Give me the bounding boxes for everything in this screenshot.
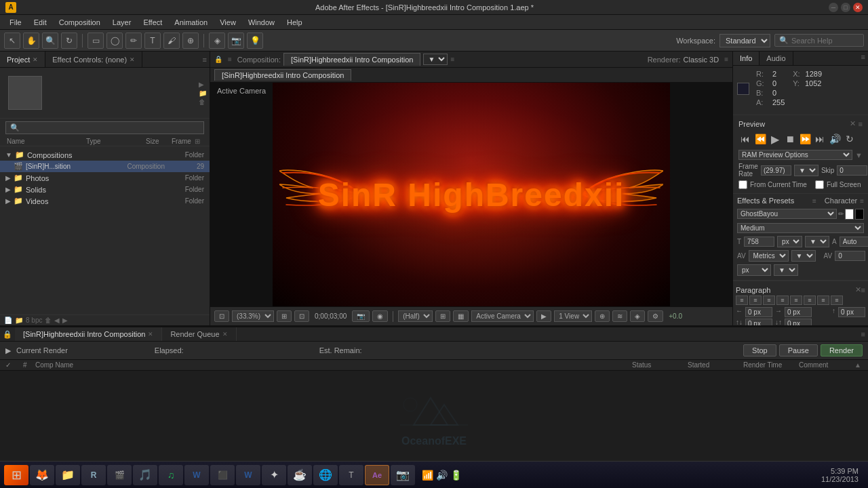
align-justify2-btn[interactable]: ≡ — [790, 296, 802, 305]
close-button[interactable]: ✕ — [853, 3, 863, 12]
videos-folder[interactable]: ▶ 📁 Videos Folder — [0, 195, 210, 207]
project-tab[interactable]: Project ✕ — [0, 52, 45, 67]
play-btn[interactable]: ▶ — [768, 132, 782, 146]
menu-composition[interactable]: Composition — [54, 17, 106, 28]
toggle-btn[interactable]: ⊞ — [435, 310, 450, 322]
grid-btn[interactable]: ⊞ — [277, 310, 292, 322]
taskbar-spotify[interactable]: ♫ — [159, 465, 183, 485]
view-select[interactable]: Active Camera — [471, 310, 534, 322]
space-after-input[interactable] — [785, 319, 812, 325]
bottom-panel-menu[interactable]: ≡ — [859, 330, 868, 338]
prev-btn[interactable]: ◀ — [54, 317, 60, 324]
interpret-footage-btn[interactable]: ▶ — [199, 81, 207, 88]
effects-panel-menu[interactable]: ≡ — [812, 197, 816, 205]
comp-title-tab[interactable]: [SinR]Highbreedxii Intro Composition — [283, 53, 420, 66]
character-panel-menu[interactable]: ≡ — [860, 197, 864, 205]
solids-folder[interactable]: ▶ 📁 Solids Folder — [0, 184, 210, 195]
align-full-btn[interactable]: ≡ — [817, 296, 829, 305]
region-btn[interactable]: ⊡ — [214, 310, 229, 322]
brush-tool[interactable]: 🖌 — [163, 33, 180, 49]
align-justify3-btn[interactable]: ≡ — [804, 296, 816, 305]
tracking-input[interactable] — [835, 251, 865, 261]
solo-btn[interactable]: ◉ — [372, 310, 388, 322]
menu-view[interactable]: View — [214, 17, 241, 28]
menu-help[interactable]: Help — [281, 17, 308, 28]
preview-panel-close[interactable]: ✕ — [850, 119, 856, 128]
character-tab[interactable]: Character — [825, 197, 857, 205]
view-btn[interactable]: ▶ — [536, 310, 551, 322]
unit-chevron[interactable]: ▼ — [774, 264, 798, 276]
stop-btn[interactable]: Stop — [743, 344, 776, 357]
search-help-input[interactable] — [791, 37, 859, 45]
current-render-expand[interactable]: ▶ — [5, 346, 11, 355]
taskbar-word[interactable]: W — [184, 465, 209, 485]
taskbar-vlc[interactable]: 🎬 — [107, 465, 132, 485]
font-select[interactable]: GhostBayou — [737, 209, 837, 219]
project-search-input[interactable] — [22, 124, 199, 132]
taskbar-music[interactable]: 🎵 — [133, 465, 157, 485]
text-tool[interactable]: T — [144, 33, 161, 49]
size-chevron[interactable]: ▼ — [805, 236, 829, 247]
taskbar-word2[interactable]: W — [236, 465, 260, 485]
safe-zones-btn[interactable]: ⊡ — [294, 310, 309, 322]
edit-font-btn[interactable]: ✏ — [838, 210, 844, 218]
last-frame-btn[interactable]: ⏭ — [813, 132, 827, 146]
stop-btn[interactable]: ⏹ — [783, 132, 797, 146]
from-current-time-checkbox[interactable] — [738, 180, 747, 189]
new-folder-btn[interactable]: 📁 — [199, 89, 207, 97]
quality-select[interactable]: (Half) — [398, 310, 433, 322]
workspace-dropdown[interactable]: Standard — [719, 34, 770, 47]
hand-tool[interactable]: ✋ — [23, 33, 39, 49]
audio-btn[interactable]: 🔊 — [828, 132, 842, 146]
comp-viewer-tab[interactable]: [SinR]Highbreedxii Intro Composition — [214, 69, 351, 81]
prev-frame-btn[interactable]: ⏪ — [753, 132, 767, 146]
font-style-select[interactable]: Medium — [737, 223, 864, 233]
paragraph-panel-close[interactable]: ✕ — [855, 285, 861, 294]
compositions-folder[interactable]: ▼ 📁 Compositions Folder — [0, 149, 210, 161]
comp-settings-btn[interactable]: ⚙ — [648, 310, 663, 322]
right-indent-input[interactable] — [785, 307, 812, 317]
ram-preview-select[interactable]: RAM Preview Options — [738, 150, 852, 160]
loop-btn[interactable]: ↻ — [843, 132, 856, 146]
kerning-chevron[interactable]: ▼ — [791, 250, 816, 262]
taskbar-explorer[interactable]: 📁 — [56, 465, 80, 485]
effect-controls-tab[interactable]: Effect Controls: (none) ✕ — [45, 52, 142, 67]
auto-input[interactable] — [840, 237, 868, 247]
skip-input[interactable] — [837, 165, 867, 176]
space-before-input[interactable] — [745, 319, 772, 325]
menu-file[interactable]: File — [4, 17, 27, 28]
preview-options-chevron[interactable]: ▼ — [855, 151, 863, 159]
zoom-tool[interactable]: 🔍 — [42, 33, 58, 49]
panel-menu-btn[interactable]: ≡ — [200, 54, 210, 65]
render-checkbox-col[interactable]: ✓ — [5, 361, 22, 369]
taskbar-app2[interactable]: T — [339, 465, 363, 485]
render-start-btn[interactable]: Render — [821, 344, 863, 357]
preview-panel-menu[interactable]: ≡ — [859, 120, 863, 128]
taskbar-coffee[interactable]: ☕ — [288, 465, 312, 485]
menu-layer[interactable]: Layer — [107, 17, 137, 28]
render-list-scroll[interactable]: ▲ — [854, 361, 863, 369]
ellipse-tool[interactable]: ◯ — [106, 33, 123, 49]
info-panel-menu[interactable]: ≡ — [859, 52, 868, 65]
frame-rate-input[interactable] — [761, 165, 791, 176]
timeline-tab[interactable]: [SinR]Highbreedxii Intro Composition ✕ — [15, 327, 162, 341]
rectangle-tool[interactable]: ▭ — [87, 33, 104, 49]
composition-item[interactable]: 🎬 [SinR]H...sition Composition 29 — [0, 161, 210, 172]
snap-btn[interactable]: ⊕ — [595, 310, 610, 322]
taskbar-aftereffects[interactable]: Ae — [365, 465, 389, 485]
menu-edit[interactable]: Edit — [28, 17, 52, 28]
menu-animation[interactable]: Animation — [169, 17, 213, 28]
camera-tool[interactable]: 📷 — [228, 33, 244, 49]
selection-tool[interactable]: ↖ — [4, 33, 20, 49]
taskbar-ram[interactable]: R — [81, 465, 106, 485]
full-screen-checkbox[interactable] — [815, 180, 824, 189]
taskbar-app1[interactable]: ✦ — [262, 465, 286, 485]
photos-folder[interactable]: ▶ 📁 Photos Folder — [0, 172, 210, 184]
next-frame-btn[interactable]: ⏩ — [798, 132, 812, 146]
render-queue-tab[interactable]: Render Queue ✕ — [162, 327, 236, 341]
align-right-btn[interactable]: ≡ — [763, 296, 775, 305]
view-mode-select[interactable]: 1 View — [554, 310, 592, 322]
comp-panel-flow[interactable]: ≡ — [228, 56, 232, 63]
start-button[interactable]: ⊞ — [4, 465, 28, 485]
trash-btn[interactable]: 🗑 — [45, 317, 52, 324]
